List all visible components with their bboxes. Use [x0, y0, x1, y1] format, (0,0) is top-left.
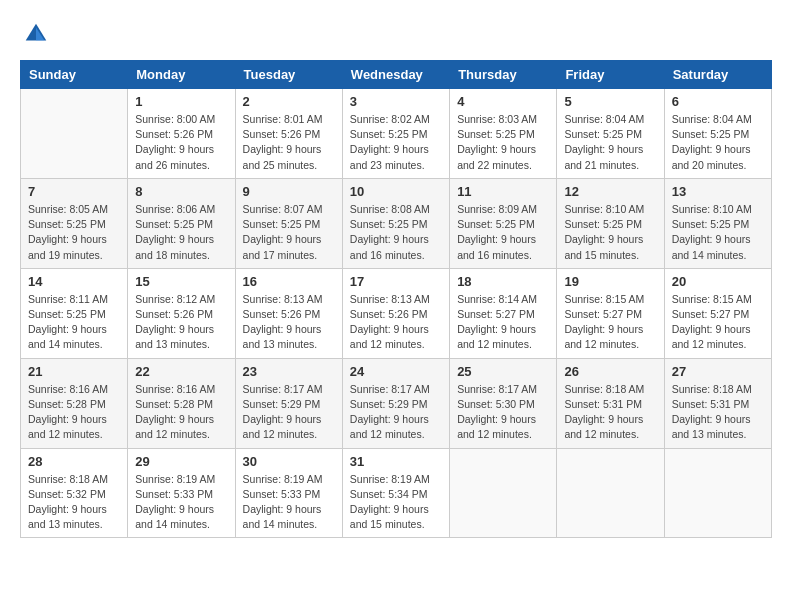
day-number: 27 [672, 364, 764, 379]
day-number: 6 [672, 94, 764, 109]
day-number: 9 [243, 184, 335, 199]
day-info: Sunrise: 8:10 AM Sunset: 5:25 PM Dayligh… [564, 202, 656, 263]
day-info: Sunrise: 8:11 AM Sunset: 5:25 PM Dayligh… [28, 292, 120, 353]
day-number: 5 [564, 94, 656, 109]
day-number: 8 [135, 184, 227, 199]
day-info: Sunrise: 8:16 AM Sunset: 5:28 PM Dayligh… [135, 382, 227, 443]
day-number: 21 [28, 364, 120, 379]
calendar-cell: 12Sunrise: 8:10 AM Sunset: 5:25 PM Dayli… [557, 178, 664, 268]
calendar-cell [450, 448, 557, 538]
calendar-cell: 29Sunrise: 8:19 AM Sunset: 5:33 PM Dayli… [128, 448, 235, 538]
calendar-cell: 21Sunrise: 8:16 AM Sunset: 5:28 PM Dayli… [21, 358, 128, 448]
calendar-cell: 18Sunrise: 8:14 AM Sunset: 5:27 PM Dayli… [450, 268, 557, 358]
weekday-header-thursday: Thursday [450, 61, 557, 89]
day-number: 31 [350, 454, 442, 469]
day-info: Sunrise: 8:04 AM Sunset: 5:25 PM Dayligh… [564, 112, 656, 173]
day-number: 15 [135, 274, 227, 289]
day-info: Sunrise: 8:19 AM Sunset: 5:33 PM Dayligh… [243, 472, 335, 533]
calendar-cell: 6Sunrise: 8:04 AM Sunset: 5:25 PM Daylig… [664, 89, 771, 179]
calendar-header-row: SundayMondayTuesdayWednesdayThursdayFrid… [21, 61, 772, 89]
day-number: 2 [243, 94, 335, 109]
day-info: Sunrise: 8:10 AM Sunset: 5:25 PM Dayligh… [672, 202, 764, 263]
day-info: Sunrise: 8:02 AM Sunset: 5:25 PM Dayligh… [350, 112, 442, 173]
calendar-cell: 7Sunrise: 8:05 AM Sunset: 5:25 PM Daylig… [21, 178, 128, 268]
day-number: 11 [457, 184, 549, 199]
calendar-week-row: 7Sunrise: 8:05 AM Sunset: 5:25 PM Daylig… [21, 178, 772, 268]
day-number: 10 [350, 184, 442, 199]
day-info: Sunrise: 8:19 AM Sunset: 5:33 PM Dayligh… [135, 472, 227, 533]
day-info: Sunrise: 8:19 AM Sunset: 5:34 PM Dayligh… [350, 472, 442, 533]
calendar-cell: 19Sunrise: 8:15 AM Sunset: 5:27 PM Dayli… [557, 268, 664, 358]
logo-icon [22, 20, 50, 48]
calendar-week-row: 14Sunrise: 8:11 AM Sunset: 5:25 PM Dayli… [21, 268, 772, 358]
day-number: 25 [457, 364, 549, 379]
day-info: Sunrise: 8:18 AM Sunset: 5:31 PM Dayligh… [672, 382, 764, 443]
calendar-cell: 25Sunrise: 8:17 AM Sunset: 5:30 PM Dayli… [450, 358, 557, 448]
calendar-cell: 2Sunrise: 8:01 AM Sunset: 5:26 PM Daylig… [235, 89, 342, 179]
calendar-cell: 20Sunrise: 8:15 AM Sunset: 5:27 PM Dayli… [664, 268, 771, 358]
page-header [20, 20, 772, 44]
day-info: Sunrise: 8:09 AM Sunset: 5:25 PM Dayligh… [457, 202, 549, 263]
calendar-cell [664, 448, 771, 538]
day-number: 24 [350, 364, 442, 379]
weekday-header-saturday: Saturday [664, 61, 771, 89]
day-info: Sunrise: 8:03 AM Sunset: 5:25 PM Dayligh… [457, 112, 549, 173]
day-number: 4 [457, 94, 549, 109]
day-number: 26 [564, 364, 656, 379]
calendar-cell: 22Sunrise: 8:16 AM Sunset: 5:28 PM Dayli… [128, 358, 235, 448]
day-info: Sunrise: 8:18 AM Sunset: 5:31 PM Dayligh… [564, 382, 656, 443]
day-number: 12 [564, 184, 656, 199]
calendar-cell: 5Sunrise: 8:04 AM Sunset: 5:25 PM Daylig… [557, 89, 664, 179]
calendar-cell: 24Sunrise: 8:17 AM Sunset: 5:29 PM Dayli… [342, 358, 449, 448]
calendar-cell: 23Sunrise: 8:17 AM Sunset: 5:29 PM Dayli… [235, 358, 342, 448]
calendar-cell: 15Sunrise: 8:12 AM Sunset: 5:26 PM Dayli… [128, 268, 235, 358]
weekday-header-friday: Friday [557, 61, 664, 89]
day-info: Sunrise: 8:13 AM Sunset: 5:26 PM Dayligh… [350, 292, 442, 353]
day-number: 3 [350, 94, 442, 109]
calendar-cell: 30Sunrise: 8:19 AM Sunset: 5:33 PM Dayli… [235, 448, 342, 538]
day-number: 18 [457, 274, 549, 289]
day-number: 16 [243, 274, 335, 289]
calendar-cell: 1Sunrise: 8:00 AM Sunset: 5:26 PM Daylig… [128, 89, 235, 179]
calendar-cell: 8Sunrise: 8:06 AM Sunset: 5:25 PM Daylig… [128, 178, 235, 268]
day-info: Sunrise: 8:06 AM Sunset: 5:25 PM Dayligh… [135, 202, 227, 263]
calendar-cell: 17Sunrise: 8:13 AM Sunset: 5:26 PM Dayli… [342, 268, 449, 358]
day-info: Sunrise: 8:17 AM Sunset: 5:29 PM Dayligh… [243, 382, 335, 443]
calendar-cell: 14Sunrise: 8:11 AM Sunset: 5:25 PM Dayli… [21, 268, 128, 358]
day-number: 28 [28, 454, 120, 469]
day-number: 1 [135, 94, 227, 109]
calendar-cell: 28Sunrise: 8:18 AM Sunset: 5:32 PM Dayli… [21, 448, 128, 538]
calendar-week-row: 28Sunrise: 8:18 AM Sunset: 5:32 PM Dayli… [21, 448, 772, 538]
day-info: Sunrise: 8:04 AM Sunset: 5:25 PM Dayligh… [672, 112, 764, 173]
day-info: Sunrise: 8:17 AM Sunset: 5:30 PM Dayligh… [457, 382, 549, 443]
day-info: Sunrise: 8:18 AM Sunset: 5:32 PM Dayligh… [28, 472, 120, 533]
calendar-week-row: 1Sunrise: 8:00 AM Sunset: 5:26 PM Daylig… [21, 89, 772, 179]
day-info: Sunrise: 8:17 AM Sunset: 5:29 PM Dayligh… [350, 382, 442, 443]
calendar-cell: 13Sunrise: 8:10 AM Sunset: 5:25 PM Dayli… [664, 178, 771, 268]
calendar-cell: 11Sunrise: 8:09 AM Sunset: 5:25 PM Dayli… [450, 178, 557, 268]
weekday-header-tuesday: Tuesday [235, 61, 342, 89]
day-info: Sunrise: 8:07 AM Sunset: 5:25 PM Dayligh… [243, 202, 335, 263]
calendar-cell: 26Sunrise: 8:18 AM Sunset: 5:31 PM Dayli… [557, 358, 664, 448]
logo [20, 20, 50, 44]
calendar-cell: 10Sunrise: 8:08 AM Sunset: 5:25 PM Dayli… [342, 178, 449, 268]
calendar-cell: 27Sunrise: 8:18 AM Sunset: 5:31 PM Dayli… [664, 358, 771, 448]
day-number: 23 [243, 364, 335, 379]
weekday-header-wednesday: Wednesday [342, 61, 449, 89]
day-info: Sunrise: 8:14 AM Sunset: 5:27 PM Dayligh… [457, 292, 549, 353]
day-info: Sunrise: 8:15 AM Sunset: 5:27 PM Dayligh… [564, 292, 656, 353]
calendar-table: SundayMondayTuesdayWednesdayThursdayFrid… [20, 60, 772, 538]
day-number: 14 [28, 274, 120, 289]
calendar-cell: 31Sunrise: 8:19 AM Sunset: 5:34 PM Dayli… [342, 448, 449, 538]
day-number: 7 [28, 184, 120, 199]
day-info: Sunrise: 8:00 AM Sunset: 5:26 PM Dayligh… [135, 112, 227, 173]
day-number: 30 [243, 454, 335, 469]
calendar-cell: 9Sunrise: 8:07 AM Sunset: 5:25 PM Daylig… [235, 178, 342, 268]
day-number: 20 [672, 274, 764, 289]
calendar-cell [21, 89, 128, 179]
day-number: 17 [350, 274, 442, 289]
day-info: Sunrise: 8:08 AM Sunset: 5:25 PM Dayligh… [350, 202, 442, 263]
day-info: Sunrise: 8:05 AM Sunset: 5:25 PM Dayligh… [28, 202, 120, 263]
calendar-cell: 3Sunrise: 8:02 AM Sunset: 5:25 PM Daylig… [342, 89, 449, 179]
calendar-cell: 16Sunrise: 8:13 AM Sunset: 5:26 PM Dayli… [235, 268, 342, 358]
